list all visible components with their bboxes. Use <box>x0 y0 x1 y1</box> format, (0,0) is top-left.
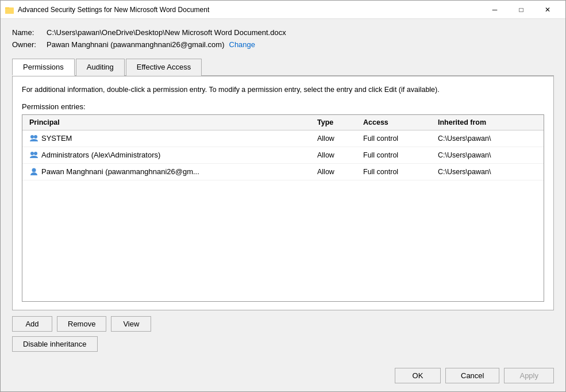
add-button[interactable]: Add <box>12 316 52 332</box>
cell-type: Allow <box>315 150 361 160</box>
maximize-button[interactable]: □ <box>508 1 534 19</box>
tab-content-permissions: For additional information, double-click… <box>12 76 554 310</box>
col-type: Type <box>315 117 361 128</box>
ok-button[interactable]: OK <box>395 368 441 383</box>
cell-principal: Administrators (Alex\Administrators) <box>27 149 315 161</box>
name-value: C:\Users\pawan\OneDrive\Desktop\New Micr… <box>47 28 286 37</box>
title-bar-icon <box>5 5 14 14</box>
cancel-button[interactable]: Cancel <box>445 368 499 383</box>
apply-button[interactable]: Apply <box>504 368 554 383</box>
name-label: Name: <box>12 28 47 37</box>
dialog-footer: OK Cancel Apply <box>1 363 565 391</box>
tab-permissions[interactable]: Permissions <box>12 59 75 76</box>
action-buttons-row: Add Remove View <box>12 316 554 332</box>
user-icon <box>29 167 38 176</box>
tab-effective-access[interactable]: Effective Access <box>126 59 202 76</box>
svg-point-6 <box>34 152 37 155</box>
minimize-button[interactable]: ─ <box>482 1 508 19</box>
cell-inherited: C:\Users\pawan\ <box>436 167 539 177</box>
svg-rect-2 <box>5 8 14 14</box>
close-button[interactable]: ✕ <box>534 1 561 19</box>
svg-point-4 <box>34 135 37 139</box>
col-access: Access <box>361 117 436 128</box>
entries-label: Permission entries: <box>22 102 544 111</box>
title-bar-text: Advanced Security Settings for New Micro… <box>18 6 482 14</box>
cell-access: Full control <box>361 133 436 144</box>
cell-access: Full control <box>361 167 436 177</box>
remove-button[interactable]: Remove <box>57 316 106 332</box>
system-icon <box>29 134 38 143</box>
owner-label: Owner: <box>12 40 47 49</box>
table-row[interactable]: SYSTEM Allow Full control C:\Users\pawan… <box>22 130 544 147</box>
cell-type: Allow <box>315 133 361 144</box>
owner-value: Pawan Manghnani (pawanmanghnani26@gmail.… <box>47 40 225 49</box>
table-row[interactable]: Pawan Manghnani (pawanmanghnani26@gm... … <box>22 164 544 180</box>
tab-description: For additional information, double-click… <box>22 84 544 95</box>
view-button[interactable]: View <box>111 316 151 332</box>
svg-point-7 <box>32 168 36 172</box>
cell-type: Allow <box>315 167 361 177</box>
col-inherited: Inherited from <box>436 117 539 128</box>
cell-inherited: C:\Users\pawan\ <box>436 150 539 160</box>
title-bar-controls: ─ □ ✕ <box>482 1 561 19</box>
inheritance-buttons-row: Disable inheritance <box>12 336 554 352</box>
svg-point-5 <box>30 152 34 155</box>
permissions-table: Principal Type Access Inherited from SYS… <box>22 114 544 302</box>
group-icon <box>29 151 38 160</box>
owner-row: Owner: Pawan Manghnani (pawanmanghnani26… <box>12 40 554 49</box>
change-owner-link[interactable]: Change <box>229 40 256 49</box>
tab-bar: Permissions Auditing Effective Access <box>12 58 554 76</box>
main-window: Advanced Security Settings for New Micro… <box>0 0 566 392</box>
table-row[interactable]: Administrators (Alex\Administrators) All… <box>22 147 544 164</box>
cell-inherited: C:\Users\pawan\ <box>436 133 539 144</box>
cell-principal: SYSTEM <box>27 133 315 144</box>
bottom-area: Add Remove View Disable inheritance <box>12 310 554 358</box>
col-principal: Principal <box>27 117 315 128</box>
content-area: Name: C:\Users\pawan\OneDrive\Desktop\Ne… <box>1 19 565 363</box>
disable-inheritance-button[interactable]: Disable inheritance <box>12 336 98 352</box>
cell-principal: Pawan Manghnani (pawanmanghnani26@gm... <box>27 166 315 178</box>
table-header: Principal Type Access Inherited from <box>22 115 544 130</box>
cell-access: Full control <box>361 150 436 160</box>
tab-auditing[interactable]: Auditing <box>76 59 125 76</box>
svg-point-3 <box>30 135 34 139</box>
name-row: Name: C:\Users\pawan\OneDrive\Desktop\Ne… <box>12 28 554 37</box>
title-bar: Advanced Security Settings for New Micro… <box>1 1 565 19</box>
